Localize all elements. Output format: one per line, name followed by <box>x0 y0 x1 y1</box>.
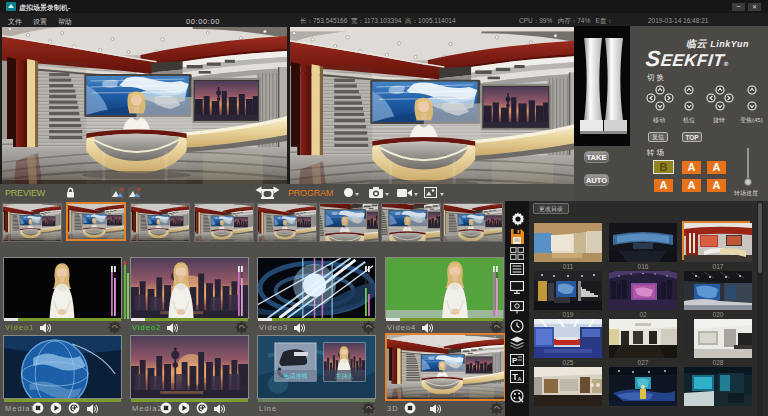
svg-text:电话连线: 电话连线 <box>284 373 308 380</box>
svg-text:P: P <box>512 356 518 365</box>
svg-text:A: A <box>518 376 522 382</box>
svg-text:主持人: 主持人 <box>336 372 354 380</box>
